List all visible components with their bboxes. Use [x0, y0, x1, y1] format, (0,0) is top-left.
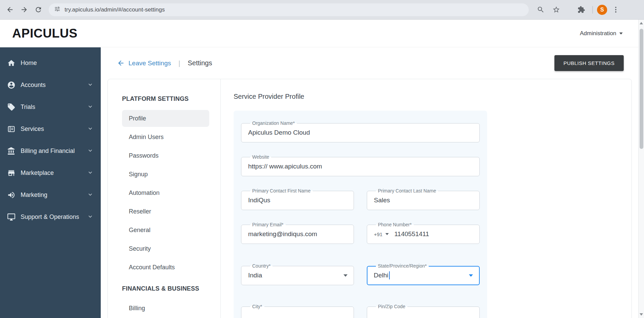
first-name-field[interactable]: Primary Contact First Name IndiQus	[241, 188, 354, 210]
settings-nav-item-general[interactable]: General	[122, 222, 209, 238]
country-select[interactable]: Country* India	[241, 264, 354, 285]
zip-value[interactable]	[374, 310, 479, 318]
sidebar-item-marketing[interactable]: Marketing	[0, 184, 101, 206]
settings-nav: PLATFORM SETTINGS Profile Admin Users Pa…	[108, 79, 221, 318]
organization-name-value[interactable]: Apiculus Demo Cloud	[248, 126, 479, 139]
services-icon	[7, 125, 16, 134]
sidebar-item-marketplace[interactable]: Marketplace	[0, 162, 101, 184]
chevron-down-icon[interactable]	[87, 147, 93, 155]
sidebar-item-support-operations[interactable]: Support & Operations	[0, 206, 101, 228]
settings-nav-item-account-defaults[interactable]: Account Defaults	[122, 259, 209, 276]
organization-name-field[interactable]: Organization Name* Apiculus Demo Cloud	[241, 121, 480, 142]
settings-nav-item-admin-users[interactable]: Admin Users	[122, 129, 209, 145]
scrollbar-thumb[interactable]	[640, 29, 643, 149]
chrome-menu-button[interactable]	[609, 3, 623, 17]
settings-nav-item-profile[interactable]: Profile	[122, 110, 209, 127]
website-field[interactable]: Website https:// www.apiculus.com	[241, 155, 480, 176]
reload-button[interactable]	[31, 3, 45, 17]
page-title: Settings	[188, 59, 212, 67]
star-icon	[552, 6, 560, 14]
profile-form: Organization Name* Apiculus Demo Cloud W…	[234, 111, 487, 318]
country-label: Country*	[250, 264, 272, 269]
phone-number-value[interactable]: 1140551411	[394, 230, 429, 238]
chevron-down-icon	[385, 233, 389, 235]
scroll-up-arrow-icon[interactable]	[640, 22, 643, 24]
chevron-down-icon[interactable]	[87, 126, 93, 133]
administration-menu[interactable]: Administration	[580, 30, 623, 37]
state-label: State/Province/Region*	[376, 264, 429, 269]
chevron-down-icon[interactable]	[87, 169, 93, 177]
trials-icon	[7, 103, 16, 112]
website-value[interactable]: https:// www.apiculus.com	[248, 160, 479, 173]
country-value: India	[248, 272, 262, 279]
extensions-button[interactable]	[574, 3, 588, 17]
first-name-label: Primary Contact First Name	[250, 188, 313, 194]
leave-settings-link[interactable]: Leave Settings	[117, 59, 171, 67]
primary-email-field[interactable]: Primary Email* marketing@indiqus.com	[241, 222, 354, 244]
zip-label: Pin/Zip Code	[376, 304, 407, 309]
back-arrow-icon	[117, 59, 125, 67]
city-label: City*	[250, 304, 264, 309]
sidebar-item-label: Home	[21, 60, 37, 67]
chevron-down-icon[interactable]	[469, 274, 473, 277]
chevron-down-icon[interactable]	[87, 213, 93, 221]
sidebar-item-label: Trials	[21, 104, 35, 111]
section-title: Service Provider Profile	[234, 93, 631, 100]
primary-email-value[interactable]: marketing@indiqus.com	[248, 228, 354, 241]
chevron-down-icon[interactable]	[87, 82, 93, 89]
settings-nav-item-billing[interactable]: Billing	[122, 300, 209, 317]
zip-field[interactable]: Pin/Zip Code	[367, 304, 480, 318]
profile-avatar[interactable]: S	[597, 5, 607, 15]
sidebar-item-label: Support & Operations	[21, 213, 79, 221]
magnifier-icon	[537, 6, 545, 14]
forward-arrow-icon	[20, 6, 28, 14]
apiculus-logo: APICULUS	[12, 26, 77, 41]
chevron-down-icon[interactable]	[87, 191, 93, 199]
city-field[interactable]: City*	[241, 304, 354, 318]
topbar-divider: |	[178, 59, 180, 67]
dial-code-select[interactable]: +91	[374, 231, 389, 237]
phone-number-label: Phone Number*	[376, 222, 414, 227]
chevron-down-icon[interactable]	[87, 104, 93, 111]
last-name-field[interactable]: Primary Contact Last Name Sales	[367, 188, 480, 210]
settings-card: PLATFORM SETTINGS Profile Admin Users Pa…	[108, 79, 632, 318]
chevron-down-icon[interactable]	[343, 274, 348, 277]
settings-nav-item-passwords[interactable]: Passwords	[122, 147, 209, 164]
back-button[interactable]	[3, 3, 17, 17]
settings-nav-item-signup[interactable]: Signup	[122, 166, 209, 183]
home-icon	[7, 59, 16, 68]
sidebar: Home Accounts Trials Services Billing an…	[0, 47, 101, 318]
browser-chrome: try.apiculus.io/admin/#/account-settings…	[0, 0, 644, 20]
settings-section-heading: PLATFORM SETTINGS	[122, 95, 210, 103]
puzzle-icon	[577, 6, 585, 14]
app-header: APICULUS Administration	[0, 20, 638, 47]
sidebar-item-services[interactable]: Services	[0, 118, 101, 140]
marketing-icon	[7, 191, 16, 200]
organization-name-label: Organization Name*	[250, 121, 297, 126]
sidebar-item-trials[interactable]: Trials	[0, 96, 101, 118]
first-name-value[interactable]: IndiQus	[248, 194, 354, 207]
sidebar-item-billing-and-financial[interactable]: Billing and Financial	[0, 140, 101, 162]
page-scrollbar[interactable]	[638, 20, 644, 318]
site-info-icon[interactable]	[54, 6, 61, 14]
accounts-icon	[7, 81, 16, 90]
sidebar-item-home[interactable]: Home	[0, 52, 101, 74]
scroll-down-arrow-icon[interactable]	[640, 313, 643, 316]
url-text[interactable]: try.apiculus.io/admin/#/account-settings	[65, 6, 165, 13]
city-value[interactable]	[248, 310, 354, 318]
sidebar-item-accounts[interactable]: Accounts	[0, 74, 101, 96]
url-bar[interactable]: try.apiculus.io/admin/#/account-settings	[49, 3, 529, 16]
phone-number-field[interactable]: Phone Number* +91 1140551411	[367, 222, 480, 244]
settings-nav-item-automation[interactable]: Automation	[122, 184, 209, 201]
settings-nav-item-reseller[interactable]: Reseller	[122, 203, 209, 220]
sidebar-item-label: Services	[21, 126, 44, 133]
state-select[interactable]: State/Province/Region* Delhi	[367, 264, 480, 285]
forward-button[interactable]	[17, 3, 31, 17]
main-content: Leave Settings | Settings PUBLISH SETTIN…	[101, 47, 638, 318]
settings-nav-item-security[interactable]: Security	[122, 240, 209, 257]
bookmark-button[interactable]	[549, 3, 563, 17]
publish-settings-button[interactable]: PUBLISH SETTINGS	[554, 55, 624, 71]
last-name-value[interactable]: Sales	[374, 194, 479, 207]
settings-topbar: Leave Settings | Settings PUBLISH SETTIN…	[101, 47, 638, 79]
zoom-button[interactable]	[533, 3, 548, 17]
